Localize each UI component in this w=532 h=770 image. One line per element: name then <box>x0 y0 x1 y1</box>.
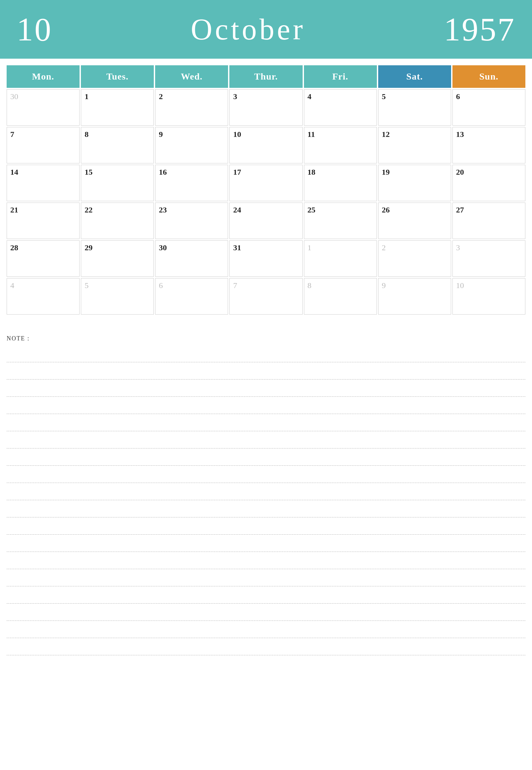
calendar-cell: 10 <box>229 127 302 163</box>
cell-date: 13 <box>456 130 522 139</box>
note-line[interactable] <box>7 604 525 621</box>
calendar-cell: 1 <box>304 240 377 277</box>
calendar-cell: 4 <box>7 278 80 315</box>
calendar-cell: 24 <box>229 203 302 239</box>
calendar-cell: 19 <box>378 165 451 201</box>
calendar-cell: 10 <box>452 278 525 315</box>
cell-date: 16 <box>159 168 224 177</box>
year: 1957 <box>444 13 515 46</box>
calendar-cell: 8 <box>304 278 377 315</box>
calendar-cell: 7 <box>7 127 80 163</box>
cell-date: 6 <box>159 281 224 290</box>
cell-date: 30 <box>159 243 224 252</box>
cell-date: 30 <box>10 92 76 101</box>
calendar-cell: 15 <box>81 165 154 201</box>
note-line[interactable] <box>7 638 525 655</box>
calendar-cell: 3 <box>229 89 302 126</box>
calendar-cell: 6 <box>155 278 228 315</box>
calendar-cell: 22 <box>81 203 154 239</box>
cell-date: 20 <box>456 168 522 177</box>
calendar-cell: 5 <box>378 89 451 126</box>
cell-date: 14 <box>10 168 76 177</box>
calendar-cell: 2 <box>155 89 228 126</box>
cell-date: 17 <box>233 168 299 177</box>
cell-date: 23 <box>159 206 224 214</box>
cell-date: 24 <box>233 206 299 214</box>
calendar-cell: 25 <box>304 203 377 239</box>
cell-date: 12 <box>382 130 447 139</box>
calendar-week-4: 28293031123 <box>7 240 525 277</box>
note-line[interactable] <box>7 535 525 552</box>
cell-date: 31 <box>233 243 299 252</box>
cell-date: 7 <box>10 130 76 139</box>
calendar-cell: 27 <box>452 203 525 239</box>
day-header-tues: Tues. <box>81 65 154 88</box>
cell-date: 2 <box>382 243 447 252</box>
calendar-cell: 18 <box>304 165 377 201</box>
note-line[interactable] <box>7 621 525 638</box>
note-line[interactable] <box>7 397 525 414</box>
cell-date: 15 <box>85 168 150 177</box>
cell-date: 5 <box>85 281 150 290</box>
cell-date: 4 <box>10 281 76 290</box>
notes-lines <box>7 345 525 655</box>
note-line[interactable] <box>7 345 525 362</box>
calendar-grid: 3012345678910111213141516171819202122232… <box>7 89 525 315</box>
cell-date: 28 <box>10 243 76 252</box>
calendar-week-2: 14151617181920 <box>7 165 525 201</box>
note-line[interactable] <box>7 517 525 535</box>
calendar-cell: 28 <box>7 240 80 277</box>
note-line[interactable] <box>7 483 525 500</box>
calendar-cell: 31 <box>229 240 302 277</box>
note-line[interactable] <box>7 586 525 604</box>
month-number: 10 <box>17 13 52 46</box>
cell-date: 8 <box>85 130 150 139</box>
cell-date: 26 <box>382 206 447 214</box>
cell-date: 7 <box>233 281 299 290</box>
day-header-sun: Sun. <box>452 65 525 88</box>
day-headers: Mon.Tues.Wed.Thur.Fri.Sat.Sun. <box>7 65 525 88</box>
calendar-week-3: 21222324252627 <box>7 203 525 239</box>
calendar-cell: 21 <box>7 203 80 239</box>
cell-date: 10 <box>456 281 522 290</box>
day-header-wed: Wed. <box>155 65 228 88</box>
note-line[interactable] <box>7 362 525 380</box>
calendar-container: Mon.Tues.Wed.Thur.Fri.Sat.Sun. 301234567… <box>0 59 532 321</box>
note-line[interactable] <box>7 414 525 431</box>
note-line[interactable] <box>7 380 525 397</box>
note-line[interactable] <box>7 552 525 569</box>
cell-date: 4 <box>308 92 373 101</box>
cell-date: 27 <box>456 206 522 214</box>
calendar-cell: 6 <box>452 89 525 126</box>
note-line[interactable] <box>7 431 525 448</box>
cell-date: 5 <box>382 92 447 101</box>
calendar-cell: 29 <box>81 240 154 277</box>
cell-date: 9 <box>159 130 224 139</box>
calendar-week-5: 45678910 <box>7 278 525 315</box>
cell-date: 3 <box>233 92 299 101</box>
cell-date: 2 <box>159 92 224 101</box>
calendar-cell: 26 <box>378 203 451 239</box>
calendar-cell: 20 <box>452 165 525 201</box>
calendar-cell: 23 <box>155 203 228 239</box>
calendar-cell: 30 <box>7 89 80 126</box>
cell-date: 3 <box>456 243 522 252</box>
cell-date: 8 <box>308 281 373 290</box>
note-line[interactable] <box>7 466 525 483</box>
cell-date: 22 <box>85 206 150 214</box>
calendar-cell: 8 <box>81 127 154 163</box>
note-line[interactable] <box>7 569 525 586</box>
calendar-week-0: 30123456 <box>7 89 525 126</box>
cell-date: 19 <box>382 168 447 177</box>
cell-date: 1 <box>85 92 150 101</box>
cell-date: 21 <box>10 206 76 214</box>
calendar-cell: 7 <box>229 278 302 315</box>
month-name: October <box>52 15 444 44</box>
calendar-cell: 3 <box>452 240 525 277</box>
note-line[interactable] <box>7 448 525 466</box>
cell-date: 6 <box>456 92 522 101</box>
cell-date: 25 <box>308 206 373 214</box>
note-line[interactable] <box>7 500 525 517</box>
cell-date: 11 <box>308 130 373 139</box>
day-header-thur: Thur. <box>229 65 302 88</box>
